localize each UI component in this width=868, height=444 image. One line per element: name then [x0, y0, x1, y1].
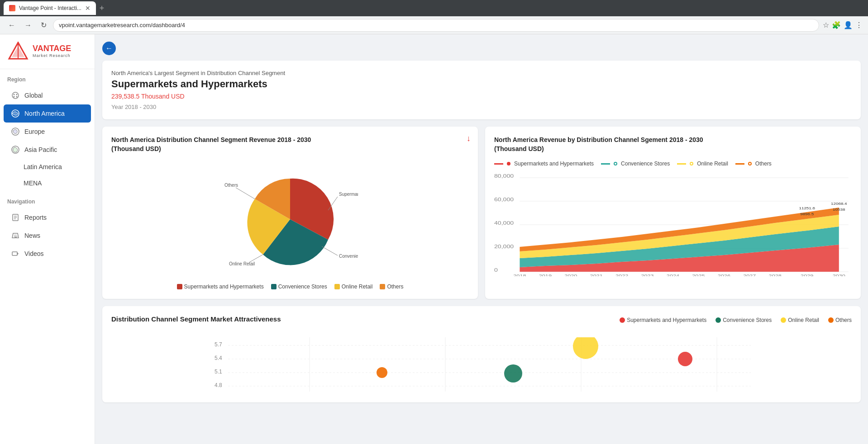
bubble-dot-convenience: [715, 317, 721, 323]
videos-icon: [11, 249, 20, 258]
sidebar-item-videos-label: Videos: [24, 250, 44, 257]
menu-icon[interactable]: ⋮: [855, 21, 863, 29]
forward-button[interactable]: →: [22, 19, 34, 31]
highlight-value: 239,538.5 Thousand USD: [111, 93, 852, 100]
url-text: vpoint.vantagemarketresearch.com/dashboa…: [59, 22, 185, 28]
svg-text:40,000: 40,000: [494, 221, 514, 226]
sidebar-item-reports-label: Reports: [24, 214, 47, 221]
bubble-legend-convenience: Convenience Stores: [715, 317, 772, 323]
svg-text:5.7: 5.7: [215, 341, 222, 348]
sidebar-item-asia-pacific[interactable]: Asia Pacific: [4, 141, 91, 159]
legend-item-convenience-line: Convenience Stores: [601, 161, 670, 167]
svg-text:2024: 2024: [667, 274, 679, 276]
svg-text:4.8: 4.8: [215, 382, 222, 388]
svg-text:60,000: 60,000: [494, 197, 514, 202]
svg-text:9896.5: 9896.5: [800, 213, 814, 216]
line-chart-card: North America Revenue by Distribution Ch…: [485, 127, 861, 299]
svg-text:11251.6: 11251.6: [799, 207, 815, 210]
sidebar-logo: VANTAGE Market Research: [0, 42, 95, 69]
svg-text:20,000: 20,000: [494, 244, 514, 249]
back-nav-button[interactable]: ←: [102, 42, 116, 55]
legend-item-supermarkets: Supermarkets and Hypermarkets: [177, 283, 264, 290]
svg-line-23: [322, 246, 338, 255]
svg-text:5.4: 5.4: [215, 355, 222, 361]
extension-icon[interactable]: 🧩: [832, 21, 841, 29]
svg-text:10538: 10538: [833, 208, 845, 212]
highlight-title: Supermarkets and Hypermarkets: [111, 78, 852, 90]
sidebar-item-news-label: News: [24, 232, 40, 239]
sidebar-item-global[interactable]: Global: [4, 86, 91, 104]
app-layout: VANTAGE Market Research Region Global No…: [0, 34, 868, 444]
svg-text:Supermarkets and Hypermarkets: Supermarkets and Hypermarkets: [339, 192, 358, 197]
sidebar-item-north-america-label: North America: [24, 110, 65, 117]
pie-container: Others Supermarkets and Hypermarkets Onl…: [111, 161, 469, 290]
legend-item-others-line: Others: [735, 161, 772, 167]
sidebar-item-news[interactable]: News: [4, 227, 91, 245]
profile-icon[interactable]: 👤: [844, 21, 853, 29]
vantage-logo-icon: [7, 42, 29, 60]
bubble-chart-svg: 4.8 5.1 5.4 5.7: [111, 337, 852, 392]
bubble-legend-others: Others: [828, 317, 852, 323]
bubble-convenience: [504, 364, 522, 383]
sidebar-item-videos[interactable]: Videos: [4, 245, 91, 263]
browser-navigation: ← → ↻ vpoint.vantagemarketresearch.com/d…: [0, 16, 868, 34]
bubble-legend: Supermarkets and Hypermarkets Convenienc…: [620, 317, 852, 323]
logo-sub: Market Research: [33, 53, 71, 58]
address-bar[interactable]: vpoint.vantagemarketresearch.com/dashboa…: [53, 19, 819, 32]
svg-text:2022: 2022: [615, 274, 628, 276]
legend-label-others-line: Others: [755, 161, 772, 167]
back-button[interactable]: ←: [5, 19, 18, 31]
sidebar-item-latin-america-label: Latin America: [11, 163, 62, 170]
legend-label-online: Online Retail: [342, 283, 373, 290]
charts-row: North America Distribution Channel Segme…: [102, 127, 861, 299]
reports-icon: [11, 213, 20, 222]
svg-line-17: [236, 188, 255, 199]
legend-label-online-line: Online Retail: [697, 161, 728, 167]
sidebar-item-reports[interactable]: Reports: [4, 208, 91, 227]
new-tab-button[interactable]: +: [100, 4, 105, 13]
logo-text: VANTAGE Market Research: [33, 44, 71, 58]
bubble-dot-others: [828, 317, 834, 323]
highlight-year: Year 2018 - 2030: [111, 104, 852, 110]
bottom-chart-title: Distribution Channel Segment Market Attr…: [111, 315, 281, 323]
bubble-others: [377, 367, 387, 378]
global-icon: [11, 91, 20, 100]
north-america-icon: [11, 109, 20, 118]
browser-chrome: Vantage Point - Interacti... ✕ +: [0, 0, 868, 16]
bubble-legend-supermarkets: Supermarkets and Hypermarkets: [620, 317, 706, 323]
asia-pacific-icon: [11, 145, 20, 154]
svg-text:2021: 2021: [590, 274, 603, 276]
browser-actions: ☆ 🧩 👤 ⋮: [823, 21, 863, 29]
tab-favicon: [9, 5, 15, 11]
svg-point-4: [14, 94, 15, 95]
news-icon: [11, 231, 20, 240]
bubble-legend-convenience-label: Convenience Stores: [723, 317, 772, 323]
pie-chart-svg: Others Supermarkets and Hypermarkets Onl…: [222, 161, 358, 278]
highlight-card: North America's Largest Segment in Distr…: [102, 61, 861, 119]
svg-point-5: [16, 94, 18, 95]
svg-text:0: 0: [494, 268, 498, 273]
tab-close-btn[interactable]: ✕: [85, 5, 91, 12]
area-chart-svg: 0 20,000 40,000 60,000 80,000 2018 2019 …: [494, 172, 852, 276]
sidebar-item-mena[interactable]: MENA: [4, 175, 91, 191]
bubble-supermarkets: [678, 352, 692, 366]
navigation-section-title: Navigation: [0, 191, 95, 208]
bubble-online-retail: [573, 337, 598, 359]
svg-text:2020: 2020: [564, 274, 577, 276]
svg-rect-15: [12, 252, 17, 255]
sidebar-item-latin-america[interactable]: Latin America: [4, 159, 91, 175]
svg-text:12068.4: 12068.4: [831, 202, 847, 206]
sidebar-item-europe[interactable]: Europe: [4, 123, 91, 141]
bookmark-icon[interactable]: ☆: [823, 21, 829, 29]
browser-tab[interactable]: Vantage Point - Interacti... ✕: [4, 1, 96, 15]
sidebar-item-asia-pacific-label: Asia Pacific: [24, 146, 57, 153]
region-section-title: Region: [0, 69, 95, 86]
svg-marker-16: [17, 252, 19, 255]
tab-title: Vantage Point - Interacti...: [19, 5, 81, 11]
reload-button[interactable]: ↻: [38, 19, 49, 31]
legend-dot-supermarkets: [177, 284, 182, 289]
pie-legend: Supermarkets and Hypermarkets Convenienc…: [177, 283, 404, 290]
sidebar-item-north-america[interactable]: North America: [4, 104, 91, 123]
svg-text:2025: 2025: [692, 274, 705, 276]
download-button[interactable]: ↓: [467, 134, 471, 143]
